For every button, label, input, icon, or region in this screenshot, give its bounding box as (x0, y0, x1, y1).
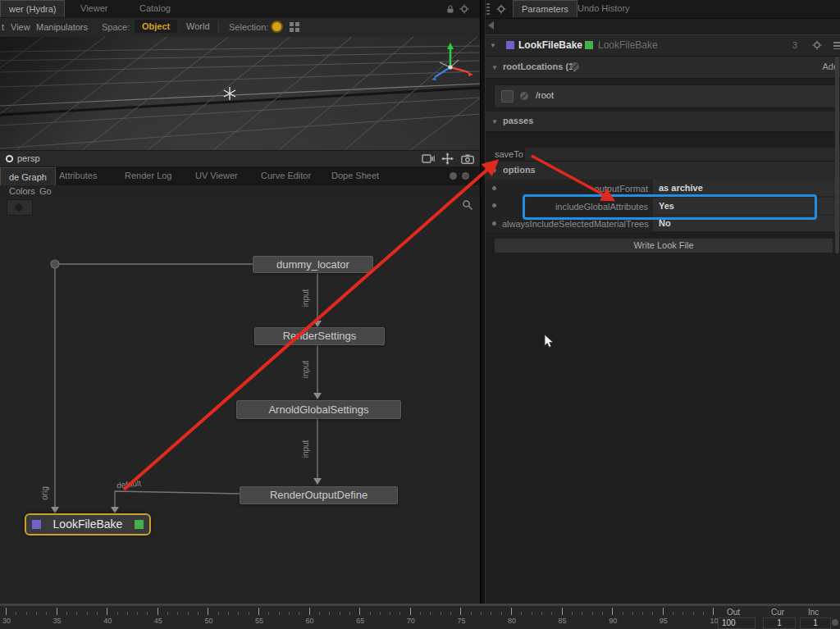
node-dummy-locator[interactable]: dummy_locator (253, 256, 373, 273)
node-render-settings[interactable]: RenderSettings (254, 327, 385, 345)
highlight-box (523, 194, 817, 220)
node-look-file-bake-label: LookFileBake (53, 517, 123, 531)
node-render-output-define[interactable]: RenderOutputDefine (240, 486, 398, 504)
katana-window: wer (Hydra) Viewer Catalog t View Manipu… (0, 0, 840, 629)
node-state-chip-green (135, 520, 144, 529)
node-look-file-bake[interactable]: LookFileBake (25, 513, 151, 536)
node-arnold-global-settings[interactable]: ArnoldGlobalSettings (236, 400, 401, 419)
node-color-chip-purple (32, 520, 41, 529)
